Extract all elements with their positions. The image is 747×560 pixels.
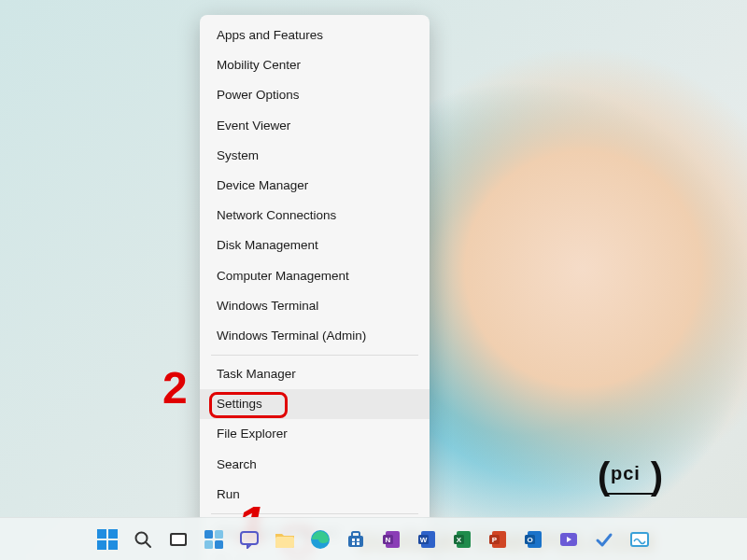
menu-item-windows-terminal-admin[interactable]: Windows Terminal (Admin) <box>200 321 430 351</box>
menu-item-file-explorer[interactable]: File Explorer <box>200 419 430 449</box>
desktop: Apps and Features Mobility Center Power … <box>0 0 747 560</box>
chat-button[interactable] <box>237 527 261 552</box>
svg-rect-16 <box>352 532 359 537</box>
whiteboard-icon <box>630 530 649 549</box>
svg-rect-11 <box>215 540 223 549</box>
svg-text:P: P <box>492 536 498 544</box>
menu-item-computer-management[interactable]: Computer Management <box>200 261 430 291</box>
todo-button[interactable] <box>592 527 616 552</box>
onenote-button[interactable]: N <box>379 527 403 552</box>
menu-item-event-viewer[interactable]: Event Viewer <box>200 111 430 141</box>
todo-icon <box>595 530 613 549</box>
menu-item-windows-terminal[interactable]: Windows Terminal <box>200 291 430 321</box>
word-button[interactable]: W <box>415 527 439 552</box>
store-icon <box>346 530 365 549</box>
edge-icon <box>310 529 331 550</box>
menu-item-mobility-center[interactable]: Mobility Center <box>200 50 430 80</box>
menu-item-run[interactable]: Run <box>200 480 430 510</box>
store-button[interactable] <box>344 527 368 552</box>
outlook-button[interactable]: O <box>521 527 545 552</box>
svg-rect-3 <box>108 540 118 550</box>
svg-rect-12 <box>241 532 258 544</box>
outlook-icon: O <box>524 530 543 549</box>
svg-rect-7 <box>172 535 185 544</box>
folder-icon <box>275 530 295 549</box>
svg-text:X: X <box>457 536 462 544</box>
svg-rect-10 <box>204 540 213 549</box>
widgets-icon <box>204 529 224 550</box>
svg-rect-13 <box>275 537 294 548</box>
clipchamp-icon <box>559 530 578 549</box>
file-explorer-button[interactable] <box>273 527 297 552</box>
annotation-number-2: 2 <box>162 362 188 413</box>
pci-logo: ( pci ) <box>598 461 663 508</box>
svg-rect-1 <box>108 529 118 539</box>
edge-button[interactable] <box>308 527 332 552</box>
widgets-button[interactable] <box>202 527 226 552</box>
svg-text:N: N <box>386 536 391 544</box>
menu-item-search[interactable]: Search <box>200 450 430 480</box>
svg-rect-2 <box>97 540 106 550</box>
svg-rect-8 <box>204 530 213 539</box>
menu-item-power-options[interactable]: Power Options <box>200 80 430 110</box>
chat-icon <box>240 530 259 549</box>
menu-item-disk-management[interactable]: Disk Management <box>200 231 430 260</box>
excel-button[interactable]: X <box>450 527 474 552</box>
taskbar: N W X P <box>0 517 747 560</box>
svg-rect-38 <box>631 533 648 546</box>
word-icon: W <box>417 530 436 549</box>
menu-item-apps-features[interactable]: Apps and Features <box>200 21 430 50</box>
menu-item-task-manager[interactable]: Task Manager <box>200 359 430 389</box>
svg-rect-17 <box>352 539 355 541</box>
search-icon <box>134 530 152 549</box>
svg-rect-20 <box>357 542 359 545</box>
svg-text:W: W <box>420 536 428 544</box>
task-view-icon <box>169 530 188 549</box>
windows-icon <box>97 529 118 550</box>
start-button[interactable] <box>95 527 120 552</box>
menu-item-network-connections[interactable]: Network Connections <box>200 201 430 231</box>
svg-line-5 <box>146 542 150 547</box>
clipchamp-button[interactable] <box>557 527 581 552</box>
onenote-icon: N <box>382 530 401 549</box>
menu-item-system[interactable]: System <box>200 141 430 171</box>
svg-text:O: O <box>527 536 532 544</box>
quick-link-menu: Apps and Features Mobility Center Power … <box>200 15 430 560</box>
menu-item-settings[interactable]: Settings <box>200 389 430 419</box>
menu-item-device-manager[interactable]: Device Manager <box>200 171 430 201</box>
svg-rect-0 <box>97 529 106 539</box>
excel-icon: X <box>453 530 472 549</box>
svg-rect-9 <box>215 530 223 539</box>
whiteboard-button[interactable] <box>627 527 652 552</box>
search-button[interactable] <box>131 527 155 552</box>
powerpoint-icon: P <box>488 530 507 549</box>
task-view-button[interactable] <box>166 527 190 552</box>
powerpoint-button[interactable]: P <box>486 527 510 552</box>
svg-rect-18 <box>357 539 359 541</box>
svg-rect-19 <box>352 542 355 545</box>
menu-separator <box>211 355 418 356</box>
